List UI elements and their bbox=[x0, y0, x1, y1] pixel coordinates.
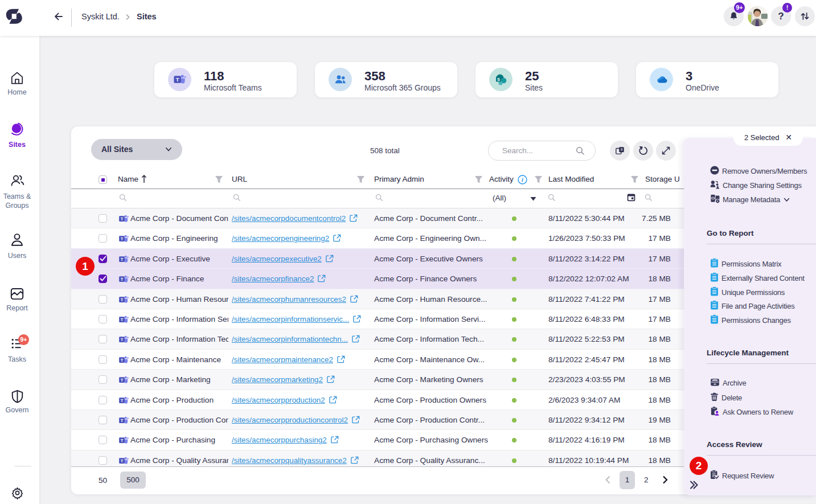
svg-text:T: T bbox=[121, 358, 124, 363]
svg-text:T: T bbox=[121, 257, 124, 262]
svg-text:T: T bbox=[121, 216, 124, 222]
svg-text:T: T bbox=[121, 458, 124, 464]
svg-text:T: T bbox=[121, 438, 124, 443]
svg-text:T: T bbox=[121, 337, 124, 342]
svg-text:T: T bbox=[176, 76, 179, 83]
svg-text:i: i bbox=[522, 177, 523, 183]
svg-text:T: T bbox=[121, 317, 124, 322]
svg-text:T: T bbox=[121, 378, 124, 383]
svg-text:T: T bbox=[121, 398, 124, 403]
svg-text:S: S bbox=[497, 76, 499, 81]
svg-text:T: T bbox=[121, 297, 124, 302]
svg-text:T: T bbox=[121, 418, 124, 423]
svg-text:T: T bbox=[121, 277, 124, 282]
svg-text:T: T bbox=[121, 236, 124, 241]
